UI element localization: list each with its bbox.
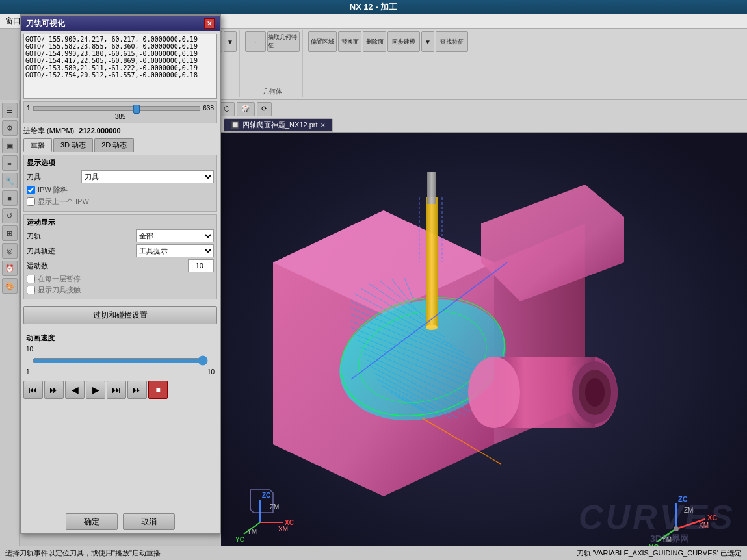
gcode-line-5: GOTO/-153.580,21.511,-61.222,-0.0000000,…: [25, 64, 215, 71]
svg-text:ZC: ZC: [262, 492, 270, 499]
tb-sync-model[interactable]: 同步建模: [387, 31, 420, 52]
viewport-svg: ZC XC YC YM ZM XM ZC XC YC YM Z: [221, 133, 747, 546]
tool-select[interactable]: 刀具: [81, 170, 214, 183]
pause-checkbox[interactable]: [27, 275, 35, 283]
tb-offset-region[interactable]: 偏置区域: [308, 31, 337, 52]
tb-replace-face[interactable]: 替换面: [338, 31, 361, 52]
dialog-footer: 确定 取消: [23, 513, 217, 530]
sidebar-icon-menu[interactable]: ☰: [2, 103, 18, 118]
tool-option-row: 刀具 刀具: [27, 170, 214, 183]
tool-trace-label: 刀具轨迹: [27, 246, 55, 256]
main-slider-track[interactable]: [33, 106, 201, 111]
title-bar: NX 12 - 加工: [0, 0, 747, 14]
tool-trace-select[interactable]: 工具提示: [136, 244, 214, 257]
anim-speed-label: 动画速度: [26, 333, 215, 343]
main-slider-area: 1 638 385: [23, 101, 217, 123]
slider-current: 385: [115, 113, 126, 120]
tb-point[interactable]: ·: [245, 31, 266, 52]
sidebar-icon-block[interactable]: ■: [2, 190, 18, 206]
tb-delete-face[interactable]: 删除面: [363, 31, 386, 52]
viewport: ZC XC YC YM ZM XM ZC XC YC YM Z: [221, 118, 747, 546]
dialog-close-button[interactable]: ✕: [204, 18, 215, 29]
svg-text:YM: YM: [247, 528, 257, 535]
contact-checkbox[interactable]: [27, 286, 35, 294]
collision-settings-button[interactable]: 过切和碰撞设置: [23, 306, 217, 324]
toolbar-group-sync: 偏置区域 替换面 删除面 同步建模 ▼ 查找特征: [306, 30, 471, 97]
status-bar: 选择刀轨事件以定位刀具，或使用"播放"启动重播 刀轨 'VARIABLE_AXI…: [0, 546, 747, 560]
playback-to-end[interactable]: ⏭: [127, 381, 147, 399]
ipo-checkbox[interactable]: [27, 186, 35, 194]
playback-next-step[interactable]: ⏭: [107, 381, 126, 399]
playback-to-start[interactable]: ⏮: [23, 381, 43, 399]
toolpath-label: 刀轨: [27, 231, 41, 241]
tb-more-5[interactable]: ▼: [421, 31, 434, 52]
toolbar2-btn-12[interactable]: ⟳: [257, 102, 272, 116]
gcode-line-2: GOTO/-155.582,23.855,-60.360,-0.0000000,…: [25, 43, 215, 50]
motion-steps-input[interactable]: [188, 259, 214, 272]
tab-3d-anim[interactable]: 3D 动态: [53, 138, 93, 152]
gcode-line-4: GOTO/-154.417,22.505,-60.869,-0.0000000,…: [25, 57, 215, 64]
svg-rect-37: [427, 172, 436, 204]
sidebar-icon-square[interactable]: ▣: [2, 138, 18, 153]
anim-min: 1: [26, 368, 30, 375]
tab-row: 重播 3D 动态 2D 动态: [23, 138, 217, 152]
gcode-line-1: GOTO/-155.900,24.217,-60.217,-0.0000000,…: [25, 36, 215, 43]
file-tab-active[interactable]: 🔲 四轴爬面神题_NX12.prt ✕: [224, 118, 333, 132]
tb-find-feature[interactable]: 查找特征: [436, 31, 468, 52]
app-title: NX 12 - 加工: [350, 1, 398, 13]
svg-point-34: [585, 378, 605, 407]
playback-stop[interactable]: ■: [148, 381, 168, 399]
toolbar2-btn-10[interactable]: ⬡: [219, 102, 235, 116]
show-ipw-label: 显示上一个 IPW: [38, 197, 89, 207]
playback-prev-step[interactable]: ⏭: [44, 381, 64, 399]
tb-more-3[interactable]: ▼: [224, 31, 237, 52]
confirm-button[interactable]: 确定: [66, 513, 118, 530]
toolbar-group-geometry: · 抽取几何特征 几何体: [242, 30, 303, 97]
display-options-label: 显示选项: [27, 158, 214, 168]
main-slider-thumb[interactable]: [133, 105, 140, 114]
tb-extract-geom[interactable]: 抽取几何特征: [267, 31, 300, 52]
file-tab-icon: 🔲: [231, 121, 240, 129]
anim-top-label: 10: [26, 346, 33, 353]
anim-speed-slider[interactable]: [33, 355, 208, 366]
pause-label: 在每一层暂停: [38, 274, 81, 284]
sidebar-icon-refresh[interactable]: ↺: [2, 208, 18, 223]
motion-steps-label: 运动数: [27, 261, 48, 271]
show-ipw-checkbox[interactable]: [27, 197, 35, 206]
left-sidebar: ☰ ⚙ ▣ ≡ 🔧 ■ ↺ ⊞ ◎ ⏰ 🎨: [0, 100, 20, 546]
sidebar-icon-circle[interactable]: ◎: [2, 243, 18, 259]
file-tab-bar: 🔲 四轴爬面神题_NX12.prt ✕: [221, 118, 747, 133]
dialog-title-bar: 刀轨可视化 ✕: [21, 16, 220, 31]
tool-trace-row: 刀具轨迹 工具提示: [27, 244, 214, 257]
file-tab-close[interactable]: ✕: [321, 122, 326, 129]
svg-point-38: [426, 325, 438, 330]
tab-replay[interactable]: 重播: [23, 138, 52, 152]
sidebar-icon-palette[interactable]: 🎨: [2, 278, 18, 294]
anim-speed: 动画速度 10 1 10: [23, 331, 217, 378]
svg-text:YC: YC: [235, 536, 244, 543]
svg-point-31: [468, 357, 520, 428]
gcode-area[interactable]: GOTO/-155.900,24.217,-60.217,-0.0000000,…: [23, 34, 217, 99]
ipo-row: IPW 除料: [27, 185, 214, 195]
slider-max: 638: [203, 105, 214, 112]
sidebar-icon-clock[interactable]: ⏰: [2, 261, 18, 276]
display-options: 显示选项 刀具 刀具 IPW 除料 显示上一个 IPW: [23, 155, 217, 212]
sidebar-icon-settings[interactable]: ⚙: [2, 120, 18, 136]
cancel-button[interactable]: 取消: [123, 513, 175, 530]
feedrate-row: 进给率 (MMPM) 2122.000000: [23, 126, 217, 136]
motion-options: 运动显示 刀轨 全部 刀具轨迹 工具提示 运动数 在每一层暂停 显示刀具接触: [23, 214, 217, 299]
playback-prev[interactable]: ◀: [65, 381, 85, 399]
playback-play[interactable]: ▶: [86, 381, 105, 399]
gcode-line-3: GOTO/-154.990,23.180,-60.615,-0.0000000,…: [25, 50, 215, 57]
sidebar-icon-grid[interactable]: ⊞: [2, 225, 18, 241]
sidebar-icon-layers[interactable]: ≡: [2, 155, 18, 171]
sidebar-icon-tools[interactable]: 🔧: [2, 173, 18, 188]
status-left: 选择刀轨事件以定位刀具，或使用"播放"启动重播: [5, 548, 564, 558]
tab-2d-anim[interactable]: 2D 动态: [94, 138, 134, 152]
tool-label: 刀具: [27, 172, 79, 182]
contact-label: 显示刀具接触: [38, 285, 81, 295]
toolpath-select[interactable]: 全部: [136, 229, 214, 242]
motion-section-label: 运动显示: [27, 218, 214, 227]
toolbar2-btn-11[interactable]: 🎲: [237, 102, 255, 116]
anim-max: 10: [207, 368, 215, 375]
